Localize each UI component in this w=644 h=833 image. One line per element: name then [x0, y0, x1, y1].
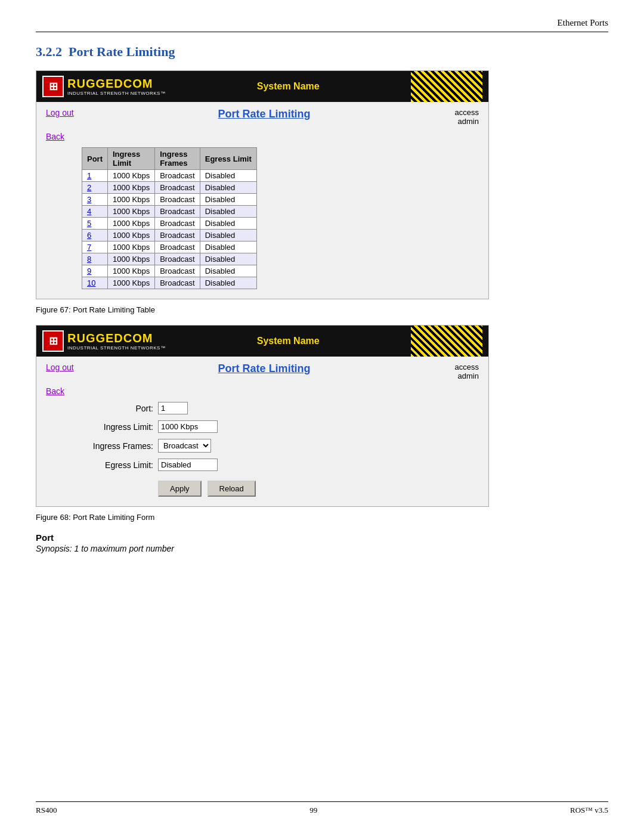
egress-limit-cell: Disabled	[200, 206, 256, 218]
logo2: ⊞ RUGGEDCOM INDUSTRIAL STRENGTH NETWORKS…	[42, 330, 165, 352]
ingress-frames-cell: Broadcast	[155, 253, 200, 265]
egress-limit-cell: Disabled	[200, 218, 256, 230]
ingress-frames-cell: Broadcast	[155, 265, 200, 277]
port-input[interactable]	[158, 402, 188, 414]
egress-limit-cell: Disabled	[200, 182, 256, 194]
table-row: 4 1000 Kbps Broadcast Disabled	[82, 206, 257, 218]
ingress-frames-cell: Broadcast	[155, 230, 200, 241]
egress-limit-cell: Disabled	[200, 277, 256, 289]
col-ingress-frames: IngressFrames	[155, 148, 200, 170]
egress-limit-label: Egress Limit:	[46, 460, 153, 470]
ingress-frames-cell: Broadcast	[155, 182, 200, 194]
logo-sub2: INDUSTRIAL STRENGTH NETWORKS™	[67, 345, 165, 351]
egress-limit-cell: Disabled	[200, 241, 256, 253]
footer-right: ROS™ v3.5	[570, 806, 608, 815]
port-cell: 7	[82, 241, 108, 253]
ingress-limit-label: Ingress Limit:	[46, 422, 153, 432]
port-field-row: Port:	[46, 402, 479, 414]
egress-limit-cell: Disabled	[200, 265, 256, 277]
apply-button[interactable]: Apply	[158, 481, 202, 497]
logout-link2[interactable]: Log out	[46, 363, 74, 372]
widget2: ⊞ RUGGEDCOM INDUSTRIAL STRENGTH NETWORKS…	[36, 325, 489, 507]
ingress-frames-select[interactable]: Broadcast Multicast All	[158, 439, 211, 453]
page-header: Ethernet Ports	[36, 18, 608, 32]
port-cell: 4	[82, 206, 108, 218]
form-buttons: Apply Reload	[158, 481, 479, 497]
figure1-caption: Figure 67: Port Rate Limiting Table	[36, 305, 608, 314]
table-row: 5 1000 Kbps Broadcast Disabled	[82, 218, 257, 230]
widget2-nav: Log out Port Rate Limiting access admin	[46, 363, 479, 380]
field-title: Port	[36, 532, 608, 543]
widget1: ⊞ RUGGEDCOM INDUSTRIAL STRENGTH NETWORKS…	[36, 70, 489, 299]
widget1-access: access admin	[455, 108, 479, 126]
hatch2	[411, 326, 482, 357]
widget1-nav: Log out Port Rate Limiting access admin	[46, 108, 479, 126]
widget2-header: ⊞ RUGGEDCOM INDUSTRIAL STRENGTH NETWORKS…	[36, 326, 488, 357]
col-ingress-limit: IngressLimit	[108, 148, 155, 170]
table-row: 8 1000 Kbps Broadcast Disabled	[82, 253, 257, 265]
ingress-frames-label: Ingress Frames:	[46, 441, 153, 451]
footer-center: 99	[309, 806, 317, 815]
port-cell: 2	[82, 182, 108, 194]
widget2-access: access admin	[455, 363, 479, 380]
egress-limit-cell: Disabled	[200, 194, 256, 206]
ingress-frames-cell: Broadcast	[155, 241, 200, 253]
section-number: 3.2.2	[36, 44, 62, 59]
ingress-frames-cell: Broadcast	[155, 277, 200, 289]
back-link1[interactable]: Back	[46, 132, 64, 141]
back-link2[interactable]: Back	[46, 386, 64, 396]
table-row: 10 1000 Kbps Broadcast Disabled	[82, 277, 257, 289]
egress-limit-input[interactable]	[158, 459, 218, 471]
col-egress-limit: Egress Limit	[200, 148, 256, 170]
port-cell: 5	[82, 218, 108, 230]
logo-sub1: INDUSTRIAL STRENGTH NETWORKS™	[67, 91, 165, 96]
ingress-frames-cell: Broadcast	[155, 170, 200, 182]
port-rate-form: Port: Ingress Limit: Ingress Frames: Bro…	[46, 402, 479, 497]
ingress-frames-cell: Broadcast	[155, 206, 200, 218]
ingress-limit-cell: 1000 Kbps	[108, 206, 155, 218]
system-name2: System Name	[257, 336, 320, 346]
ingress-limit-row: Ingress Limit:	[46, 420, 479, 433]
table-row: 7 1000 Kbps Broadcast Disabled	[82, 241, 257, 253]
widget2-title: Port Rate Limiting	[74, 363, 455, 375]
system-name1: System Name	[257, 81, 320, 92]
logo-icon1: ⊞	[42, 76, 64, 97]
table-row: 6 1000 Kbps Broadcast Disabled	[82, 230, 257, 241]
widget1-header: ⊞ RUGGEDCOM INDUSTRIAL STRENGTH NETWORKS…	[36, 71, 488, 102]
ingress-limit-cell: 1000 Kbps	[108, 218, 155, 230]
header-title: Ethernet Ports	[558, 18, 608, 27]
col-port: Port	[82, 148, 108, 170]
field-synopsis: Synopsis: 1 to maximum port number	[36, 544, 608, 553]
port-table: Port IngressLimit IngressFrames Egress L…	[82, 147, 257, 289]
logo-text1: RUGGEDCOM INDUSTRIAL STRENGTH NETWORKS™	[67, 77, 165, 96]
figure2-caption: Figure 68: Port Rate Limiting Form	[36, 513, 608, 522]
logo-text2: RUGGEDCOM INDUSTRIAL STRENGTH NETWORKS™	[67, 332, 165, 351]
port-cell: 1	[82, 170, 108, 182]
footer-left: RS400	[36, 806, 57, 815]
reload-button[interactable]: Reload	[208, 481, 256, 497]
ingress-limit-cell: 1000 Kbps	[108, 241, 155, 253]
ingress-limit-cell: 1000 Kbps	[108, 253, 155, 265]
port-cell: 3	[82, 194, 108, 206]
logo-main1: RUGGEDCOM	[67, 77, 165, 91]
ingress-limit-input[interactable]	[158, 420, 218, 433]
ingress-frames-row: Ingress Frames: Broadcast Multicast All	[46, 439, 479, 453]
port-cell: 9	[82, 265, 108, 277]
widget1-body: Log out Port Rate Limiting access admin …	[36, 102, 488, 299]
widget2-body: Log out Port Rate Limiting access admin …	[36, 357, 488, 506]
ingress-limit-cell: 1000 Kbps	[108, 265, 155, 277]
field-description: Port Synopsis: 1 to maximum port number	[36, 532, 608, 553]
logo-icon2: ⊞	[42, 330, 64, 352]
ingress-limit-cell: 1000 Kbps	[108, 182, 155, 194]
ingress-limit-cell: 1000 Kbps	[108, 230, 155, 241]
egress-limit-row: Egress Limit:	[46, 459, 479, 471]
table-row: 9 1000 Kbps Broadcast Disabled	[82, 265, 257, 277]
widget1-title: Port Rate Limiting	[74, 108, 455, 120]
logout-link1[interactable]: Log out	[46, 108, 74, 117]
ingress-limit-cell: 1000 Kbps	[108, 194, 155, 206]
hatch1	[411, 71, 482, 102]
section-heading: Port Rate Limiting	[69, 44, 175, 59]
table-row: 3 1000 Kbps Broadcast Disabled	[82, 194, 257, 206]
logo-main2: RUGGEDCOM	[67, 332, 165, 345]
ingress-frames-cell: Broadcast	[155, 218, 200, 230]
